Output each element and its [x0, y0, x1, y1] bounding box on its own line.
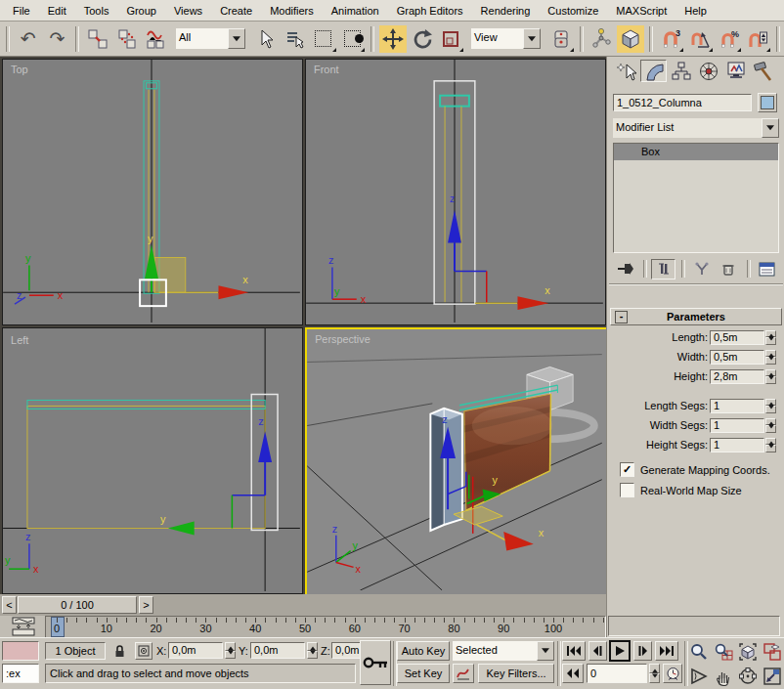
make-unique-button[interactable] [689, 259, 714, 280]
select-and-manipulate-button[interactable] [588, 25, 616, 53]
menu-file[interactable]: File [4, 1, 39, 21]
frame-spinner[interactable] [649, 664, 660, 683]
menu-help[interactable]: Help [675, 1, 716, 21]
param-field[interactable]: 0,5m [710, 350, 764, 365]
select-and-move-button[interactable] [379, 25, 407, 53]
param-spinner[interactable] [765, 350, 776, 365]
redo-button[interactable]: ↷ [44, 25, 71, 53]
menu-rendering[interactable]: Rendering [472, 1, 540, 21]
configure-modifier-sets-button[interactable] [755, 259, 779, 280]
zoom-all-button[interactable] [712, 640, 735, 663]
collapse-icon[interactable]: - [615, 311, 628, 323]
dropdown-arrow-icon[interactable] [762, 118, 779, 138]
undo-button[interactable]: ↶ [15, 25, 42, 53]
bind-to-space-warp-button[interactable] [142, 25, 169, 53]
unlink-selection-button[interactable] [113, 25, 141, 53]
checkbox-generate-mapping-coords-[interactable] [620, 462, 634, 477]
absolute-mode-transform-toggle[interactable] [135, 642, 152, 660]
zoom-extents-button[interactable] [736, 640, 760, 663]
go-to-start-button[interactable] [562, 641, 586, 661]
rollout-header[interactable]: - Parameters [610, 308, 782, 325]
go-to-end-button[interactable] [655, 641, 678, 661]
snap-toggle-3d-button[interactable]: 3 [658, 25, 685, 53]
viewport-top[interactable]: x y y x z Top [2, 59, 303, 325]
snaps-cube-toggle[interactable] [617, 25, 644, 53]
menu-tools[interactable]: Tools [75, 1, 118, 21]
time-slider-next-button[interactable]: > [139, 596, 153, 614]
remove-modifier-button[interactable] [717, 259, 741, 280]
param-spinner[interactable] [765, 418, 776, 433]
param-spinner[interactable] [765, 330, 776, 345]
tab-motion[interactable] [695, 60, 721, 82]
key-filter-selection-dropdown[interactable]: Selected [453, 641, 554, 661]
select-and-scale-button[interactable] [437, 25, 464, 53]
rectangular-selection-region-button[interactable] [310, 25, 337, 53]
tab-modify[interactable] [640, 60, 667, 82]
brick-wall[interactable] [464, 394, 553, 510]
x-coord-field[interactable]: 0,0m [168, 642, 223, 659]
zoom-extents-all-button[interactable] [761, 640, 784, 663]
param-spinner[interactable] [765, 369, 776, 384]
time-slider-handle[interactable]: 0 / 100 [18, 596, 137, 614]
tab-utilities[interactable] [750, 60, 776, 82]
reference-coordinate-system-dropdown[interactable]: View [471, 28, 541, 49]
use-pivot-point-center-button[interactable] [547, 25, 575, 53]
time-slider-prev-button[interactable]: < [2, 596, 17, 614]
column-box[interactable] [430, 409, 462, 531]
play-button[interactable] [609, 640, 631, 662]
tab-display[interactable] [722, 60, 749, 82]
set-keys-button[interactable] [360, 640, 391, 685]
maxscript-mini-listener[interactable]: :ex [2, 664, 39, 683]
modifier-list-dropdown[interactable]: Modifier List [613, 118, 779, 138]
menu-graph-editors[interactable]: Graph Editors [388, 1, 472, 21]
menu-customize[interactable]: Customize [539, 1, 607, 21]
window-crossing-toggle[interactable] [339, 25, 367, 53]
tab-create[interactable] [613, 60, 639, 82]
pan-button[interactable] [712, 665, 735, 687]
select-and-rotate-button[interactable] [409, 25, 436, 53]
angle-snap-toggle[interactable] [686, 25, 714, 53]
key-mode-toggle[interactable] [562, 664, 584, 683]
select-by-name-button[interactable] [281, 25, 308, 53]
tab-hierarchy[interactable] [668, 60, 694, 82]
transform-gizmo[interactable]: z x [448, 193, 550, 310]
menu-animation[interactable]: Animation [323, 1, 388, 21]
viewport-left[interactable]: z y z y x Left [2, 327, 303, 594]
current-frame-field[interactable]: 0 [587, 664, 647, 683]
object-name-field[interactable]: 1_0512_Columna [613, 94, 752, 111]
param-field[interactable]: 0,5m [710, 330, 764, 345]
dropdown-arrow-icon[interactable] [537, 641, 554, 661]
default-in-out-tangents-button[interactable] [453, 664, 474, 683]
next-frame-button[interactable] [633, 641, 652, 661]
dropdown-arrow-icon[interactable] [523, 28, 541, 49]
selection-filter-dropdown[interactable]: All [176, 28, 245, 49]
transform-gizmo[interactable]: z y [160, 415, 272, 535]
field-of-view-button[interactable] [687, 665, 711, 687]
y-coord-field[interactable]: 0,0m [250, 642, 305, 659]
selection-lock-toggle[interactable] [111, 642, 128, 660]
zoom-button[interactable] [687, 640, 711, 663]
param-field[interactable]: 1 [710, 418, 764, 433]
time-configuration-button[interactable] [663, 664, 682, 683]
viewport-perspective[interactable]: z y x z y x [305, 327, 608, 596]
y-coord-spinner[interactable] [307, 642, 318, 659]
set-key-button[interactable]: Set Key [397, 664, 450, 683]
param-field[interactable]: 1 [710, 399, 764, 413]
arc-rotate-button[interactable] [736, 665, 760, 687]
viewport-front[interactable]: z x z x y Front [305, 59, 606, 325]
menu-views[interactable]: Views [165, 1, 211, 21]
menu-modifiers[interactable]: Modifiers [261, 1, 323, 21]
select-and-link-button[interactable] [84, 25, 111, 53]
menu-create[interactable]: Create [211, 1, 261, 21]
track-ruler[interactable]: 0102030405060708090100 [45, 616, 606, 638]
param-field[interactable]: 1 [710, 438, 764, 452]
auto-key-button[interactable]: Auto Key [397, 641, 450, 661]
param-spinner[interactable] [765, 438, 776, 452]
macro-recorder-pane[interactable] [2, 641, 39, 661]
open-mini-curve-editor-button[interactable] [6, 616, 41, 636]
select-object-button[interactable] [252, 25, 280, 53]
percent-snap-toggle[interactable]: % [716, 25, 743, 53]
dropdown-arrow-icon[interactable] [228, 28, 245, 49]
spinner-snap-toggle[interactable] [744, 25, 771, 53]
show-end-result-button[interactable] [651, 259, 675, 280]
